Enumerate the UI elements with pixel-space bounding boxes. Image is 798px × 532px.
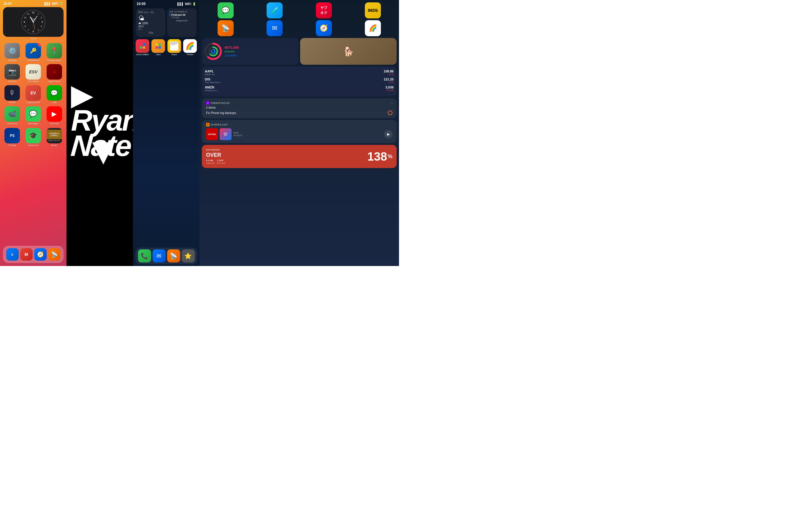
dock-bmobile[interactable]: b	[6, 248, 19, 261]
dock-mail[interactable]: ✉	[153, 249, 166, 263]
dock-p3: 📞 ✉ 📡 ⭐	[135, 248, 197, 264]
dataman-data: 0.0 kB	[206, 159, 213, 162]
app-settings[interactable]: ⚙️ Settings	[3, 43, 22, 62]
stock-amzn: AMZN Amazon.co... 3,036 -174.86	[205, 86, 394, 92]
p4-app-imdb[interactable]: IMDb	[349, 2, 397, 18]
dataman-days-label: time left	[217, 162, 225, 165]
svg-text:5: 5	[38, 29, 39, 31]
dataman-widget: DATAMAN OVER 0.0 kB data left 1 DAY time…	[202, 145, 397, 168]
dock-overcast-p3[interactable]: 📡	[167, 249, 180, 263]
svg-text:8: 8	[25, 25, 26, 27]
panel1-homescreen: 22:07 ▌▌▌ WiFi 🔋 12 3 6 9 1 2 11 10	[0, 0, 66, 266]
app-facetime[interactable]: 📹 FaceTime	[3, 106, 22, 125]
omnifocus-label: OMNIFOCUS	[211, 101, 230, 104]
app-esv[interactable]: ESV ESV Bible	[24, 64, 43, 83]
dock-gmail[interactable]: M	[20, 248, 33, 261]
svg-text:4: 4	[41, 25, 42, 27]
time-p1: 22:07	[3, 2, 12, 5]
app-maps[interactable]: 📍 Google Maps	[45, 43, 63, 62]
dock-star[interactable]: ⭐	[182, 249, 195, 263]
signal-p1: ▌▌▌	[44, 2, 51, 5]
dataman-percent-symbol: %	[388, 153, 393, 160]
overcast-widget: 🎙 OVERCAST WVFRM RECDIF NOW UP NEXT ▶	[202, 120, 397, 143]
battery-p1: 🔋	[59, 2, 63, 5]
stocks-widget: AAPL Apple Inc. 108.86 -6.46 DIS The Wal…	[202, 66, 397, 96]
app-youtube[interactable]: ▶ YouTube	[45, 106, 63, 125]
dataman-days: 1 DAY	[217, 159, 224, 162]
wifi-p3: WiFi	[185, 2, 191, 6]
p4-app-overcast[interactable]: 📡	[202, 20, 249, 36]
signal-p3: ▌▌▌	[177, 2, 184, 6]
app-classroom[interactable]: 🎓 Classroom	[24, 128, 43, 147]
dock-safari[interactable]: 🧭	[34, 248, 46, 261]
app-expressvpn[interactable]: EV ExpressVPN	[24, 85, 43, 104]
svg-text:1: 1	[38, 13, 39, 15]
calendar-widget: SAT, OCTOBER 31 Podcast 29 10-11pm Widge…	[167, 8, 196, 37]
status-bar-p1: 22:07 ▌▌▌ WiFi 🔋	[0, 0, 66, 6]
svg-text:2: 2	[41, 17, 42, 19]
weather-widget: 明日 11/1（日） 🌤 🌧 10% 20°c 8°c 天気	[136, 8, 165, 37]
app-ferrite[interactable]: 🎙 Ferrite	[3, 85, 22, 104]
p4-app-yahuoku[interactable]: ヤフオク	[300, 2, 348, 18]
svg-text:11: 11	[27, 13, 30, 15]
wifi-p1: WiFi	[52, 2, 58, 5]
p4-app-photos[interactable]: 🌈	[349, 20, 397, 36]
dock-overcast[interactable]: 📡	[48, 248, 60, 261]
battery-p3: 🔋	[192, 2, 196, 6]
svg-text:6: 6	[32, 30, 34, 33]
dataman-percent: 138	[367, 150, 387, 163]
svg-text:9: 9	[23, 20, 25, 23]
app-notes[interactable]: Notes	[167, 39, 182, 266]
app-ps[interactable]: PS PS App	[3, 128, 22, 147]
omnifocus-items: 2 items	[206, 106, 393, 109]
overcast-now: NOW	[233, 132, 382, 134]
app-photos[interactable]: 🌈 Photos	[183, 39, 197, 266]
dock-p1: b M 🧭 📡	[3, 246, 63, 263]
app-line[interactable]: 💬 LINE	[45, 85, 63, 104]
svg-text:12: 12	[32, 11, 35, 14]
p4-app-messages[interactable]: 💬	[202, 2, 249, 18]
panel3-dark-ios: 10:05 ▌▌▌ WiFi 🔋 明日 11/1（日） 🌤 🌧 10% 20°c…	[133, 0, 200, 266]
dock-phone[interactable]: 📞	[138, 249, 151, 263]
app-sites[interactable]: Sites	[151, 39, 165, 266]
play-button[interactable]: ▶	[384, 130, 393, 138]
svg-text:7: 7	[27, 29, 29, 31]
arrow-bottom: ▶	[93, 142, 117, 210]
p4-app-safari[interactable]: 🧭	[300, 20, 348, 36]
panel4-stats: 💬 🧪 ヤフオク IMDb 📡 ✉ 🧭 🌈	[200, 0, 399, 266]
omnifocus-task: Fix Phone log backups	[206, 111, 236, 115]
clock-label: Clock	[30, 37, 36, 40]
stock-dis: DIS The Walt Disn... 121.25 -0.29	[205, 77, 394, 84]
svg-text:10: 10	[24, 17, 26, 19]
app-camera[interactable]: 📷 Camera	[3, 64, 22, 83]
app-music-util[interactable]: Music/Utilities	[135, 39, 150, 266]
app-messages[interactable]: 💬 Messages	[24, 106, 43, 125]
app-fc5[interactable]: ⚔ Fight Club 5	[45, 64, 63, 83]
dataman-status: OVER	[206, 152, 225, 158]
p4-app-mail[interactable]: ✉	[251, 20, 299, 36]
time-p3: 10:05	[136, 2, 146, 6]
p4-app-testflight[interactable]: 🧪	[251, 2, 299, 18]
status-bar-p3: 10:05 ▌▌▌ WiFi 🔋	[133, 0, 200, 6]
panel2-ryan-nate: ▶ Ryan Nate ▶	[66, 0, 133, 266]
app-music-card[interactable]: CARRIE & LOWELL Sufjan Stevens Music	[45, 128, 63, 147]
app-1password[interactable]: 🔑 1 1Password	[24, 43, 43, 62]
svg-point-17	[33, 21, 34, 22]
stock-aapl: AAPL Apple Inc. 108.86 -6.46	[205, 70, 394, 76]
dataman-data-label: data left	[206, 162, 214, 165]
omnifocus-widget: ✓ OMNIFOCUS › 2 items Fix Phone log back…	[202, 98, 397, 118]
app-grid-p1: ⚙️ Settings 🔑 1 1Password 📍 Google Maps …	[0, 41, 66, 127]
svg-text:3: 3	[41, 20, 43, 23]
overcast-up-next: UP NEXT	[233, 134, 382, 136]
overcast-label: OVERCAST	[211, 123, 228, 126]
